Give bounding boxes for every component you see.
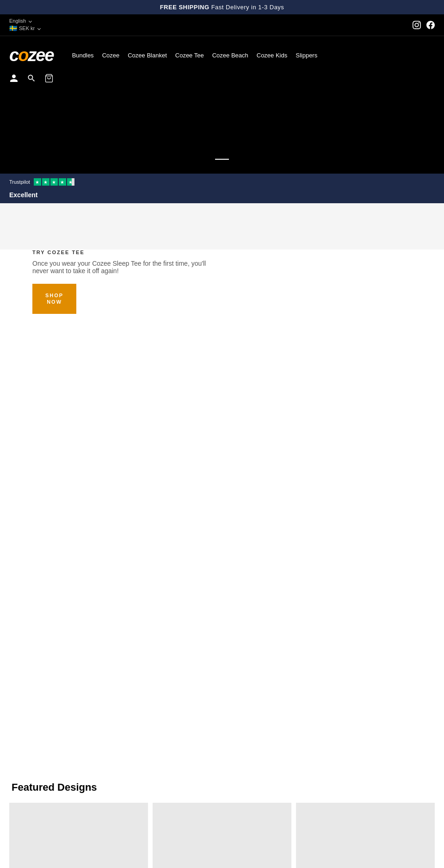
currency-selector[interactable]: 🇸🇪 SEK kr (9, 25, 40, 32)
currency-chevron-icon (37, 26, 41, 30)
main-content: TRY COZEE TEE Once you wear your Cozee S… (0, 203, 444, 868)
star-5: ★ (67, 178, 74, 186)
star-2: ★ (42, 178, 49, 186)
icon-bar (0, 70, 444, 90)
featured-designs-title: Featured Designs (9, 781, 435, 793)
shop-now-line1: SHOP (45, 293, 63, 298)
content-image-area (0, 351, 444, 675)
featured-designs-section: Featured Designs Sold Out Sold Out Sold … (0, 768, 444, 868)
trustpilot-bar: Trustpilot ★ ★ ★ ★ ★ (0, 174, 444, 190)
main-navigation: Bundles Cozee Cozee Blanket Cozee Tee Co… (72, 52, 318, 59)
try-cozee-section: TRY COZEE TEE Once you wear your Cozee S… (0, 250, 444, 314)
search-button[interactable] (27, 74, 36, 83)
product-image-2: Sold Out (153, 803, 291, 868)
shop-now-line2: NOW (47, 299, 62, 305)
language-label: English (9, 18, 26, 24)
nav-item-cozee-beach[interactable]: Cozee Beach (212, 52, 248, 59)
nav-item-cozee[interactable]: Cozee (102, 52, 120, 59)
product-card-2: Sold Out (153, 803, 291, 868)
scroll-line (215, 159, 229, 160)
shop-now-button[interactable]: SHOP NOW (32, 284, 76, 314)
try-cozee-description: Once you wear your Cozee Sleep Tee for t… (32, 260, 217, 275)
language-selector[interactable]: English (9, 18, 40, 24)
try-cozee-label: TRY COZEE TEE (32, 250, 412, 255)
cart-button[interactable] (44, 74, 54, 83)
facebook-icon[interactable] (426, 21, 435, 29)
flag-icon: 🇸🇪 (9, 25, 17, 32)
nav-item-cozee-tee[interactable]: Cozee Tee (175, 52, 204, 59)
nav-item-slippers[interactable]: Slippers (296, 52, 317, 59)
social-icons (413, 21, 435, 29)
trustpilot-stars: ★ ★ ★ ★ ★ (34, 178, 74, 186)
announcement-prefix: FREE SHIPPING (160, 4, 210, 11)
logo-dot: o (18, 45, 28, 65)
product-image-3: Sold Out (296, 803, 435, 868)
header: English 🇸🇪 SEK kr (0, 14, 444, 174)
hero-section (0, 90, 444, 174)
nav-item-cozee-kids[interactable]: Cozee Kids (257, 52, 287, 59)
announcement-bar: FREE SHIPPING Fast Delivery in 1-3 Days (0, 0, 444, 14)
product-card-3: Sold Out (296, 803, 435, 868)
section-spacer-2 (0, 675, 444, 768)
trustpilot-logo: Trustpilot (9, 179, 30, 185)
currency-label: SEK kr (19, 25, 35, 31)
hero-image-placeholder-top (0, 203, 444, 250)
nav-item-bundles[interactable]: Bundles (72, 52, 94, 59)
product-grid: Sold Out Sold Out Sold Out (9, 803, 435, 868)
product-card-1: Sold Out (9, 803, 148, 868)
star-3: ★ (50, 178, 58, 186)
utility-bar: English 🇸🇪 SEK kr (0, 14, 444, 36)
scroll-indicator (215, 159, 229, 160)
account-button[interactable] (9, 74, 18, 83)
language-chevron-icon (29, 19, 32, 22)
star-1: ★ (34, 178, 41, 186)
announcement-suffix: Fast Delivery in 1-3 Days (210, 4, 284, 11)
nav-item-cozee-blanket[interactable]: Cozee Blanket (128, 52, 167, 59)
utility-left: English 🇸🇪 SEK kr (9, 18, 40, 32)
section-spacer-1 (0, 314, 444, 351)
site-logo[interactable]: cozee (9, 45, 54, 65)
trustpilot-section: Trustpilot ★ ★ ★ ★ ★ Excellent (0, 174, 444, 203)
trustpilot-rating-label: Excellent (9, 191, 435, 199)
logo-nav-area: cozee Bundles Cozee Cozee Blanket Cozee … (0, 36, 444, 70)
product-image-1: Sold Out (9, 803, 148, 868)
instagram-icon[interactable] (413, 21, 421, 29)
star-4: ★ (59, 178, 66, 186)
